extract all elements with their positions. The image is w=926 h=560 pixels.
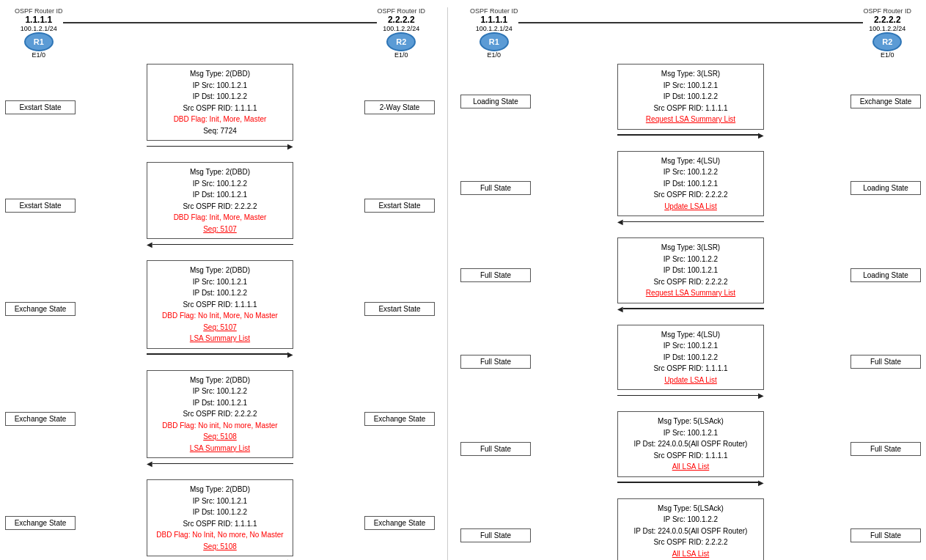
right-seq-row-5: Full State Msg Type: 5(LSAck) IP Src: 10… <box>459 410 922 488</box>
left-router-headers: OSPF Router ID 1.1.1.1 100.1.2.1/24 R1 E… <box>4 7 436 62</box>
left-seq-row-1: Exstart State Msg Type: 2(DBD) IP Src: 1… <box>4 62 436 152</box>
left-seq-row-2: Exstart State Msg Type: 2(DBD) IP Src: 1… <box>4 161 436 250</box>
left-r2-iface: E1/0 <box>394 51 408 59</box>
right-state-exchange-1: Exchange State <box>850 95 921 108</box>
right-r1-id: 1.1.1.1 <box>480 15 507 25</box>
left-seq-row-5: Exchange State Msg Type: 2(DBD) IP Src: … <box>4 478 436 560</box>
right-state-full-1: Full State <box>460 181 531 195</box>
left-r1-block: OSPF Router ID 1.1.1.1 100.1.2.1/24 R1 E… <box>15 7 63 59</box>
left-msg-5: Msg Type: 2(DBD) IP Src: 100.1.2.1 IP Ds… <box>147 479 293 556</box>
left-msg-2: Msg Type: 2(DBD) IP Src: 100.1.2.2 IP Ds… <box>147 162 293 239</box>
right-r1-icon: R1 <box>479 32 509 51</box>
right-r1-ip: 100.1.2.1/24 <box>476 25 512 32</box>
right-state-loading-2: Loading State <box>850 181 921 195</box>
left-state-exstart-2: Exstart State <box>5 199 76 213</box>
left-r2-icon: R2 <box>386 32 416 51</box>
left-state-exchange-1: Exchange State <box>5 302 76 316</box>
left-arrow-2: ◀ <box>147 240 293 248</box>
right-seq-row-1: Loading State Msg Type: 3(LSR) IP Src: 1… <box>459 62 922 141</box>
right-seq-row-2: Full State Msg Type: 4(LSU) IP Src: 100.… <box>459 150 922 228</box>
right-seq-row-6: Full State Msg Type: 5(LSAck) IP Src: 10… <box>459 497 922 561</box>
left-state-exchange-4: Exchange State <box>5 516 76 530</box>
right-seq-row-4: Full State Msg Type: 4(LSU) IP Src: 100.… <box>459 323 922 402</box>
left-state-exstart-3: Exstart State <box>364 199 435 213</box>
right-r1-ospf-label: OSPF Router ID <box>470 7 518 15</box>
right-msg-4: Msg Type: 4(LSU) IP Src: 100.1.2.1 IP Ds… <box>617 325 764 391</box>
right-diagram: OSPF Router ID 1.1.1.1 100.1.2.1/24 R1 E… <box>459 7 922 560</box>
left-state-exchange-2: Exchange State <box>5 412 76 426</box>
right-arrow-3: ◀ <box>617 305 764 313</box>
right-r1-iface: E1/0 <box>488 51 501 59</box>
left-state-exstart-4: Exstart State <box>364 302 435 316</box>
left-state-exstart-1: Exstart State <box>5 100 76 114</box>
left-state-exchange-5: Exchange State <box>364 516 435 530</box>
left-seq-row-3: Exchange State Msg Type: 2(DBD) IP Src: … <box>4 259 436 360</box>
left-r2-ip: 100.1.2.2/24 <box>383 25 419 32</box>
right-state-full-6: Full State <box>850 442 921 456</box>
right-arrow-2: ◀ <box>617 218 764 226</box>
right-state-full-3: Full State <box>460 355 531 369</box>
left-arrow-3: ▶ <box>147 350 293 358</box>
right-r2-block: OSPF Router ID 2.2.2.2 100.1.2.2/24 R2 E… <box>863 7 911 59</box>
right-msg-2: Msg Type: 4(LSU) IP Src: 100.1.2.2 IP Ds… <box>617 151 764 217</box>
left-r1-icon: R1 <box>24 32 54 51</box>
right-arrow-4: ▶ <box>617 391 764 399</box>
right-state-full-2: Full State <box>460 268 531 282</box>
left-r1-ip: 100.1.2.1/24 <box>21 25 57 32</box>
right-router-headers: OSPF Router ID 1.1.1.1 100.1.2.1/24 R1 E… <box>459 7 922 62</box>
right-state-loading-1: Loading State <box>460 95 531 108</box>
right-state-loading-3: Loading State <box>850 268 921 282</box>
left-msg-1: Msg Type: 2(DBD) IP Src: 100.1.2.1 IP Ds… <box>147 64 293 141</box>
right-msg-5: Msg Type: 5(LSAck) IP Src: 100.1.2.1 IP … <box>617 411 764 477</box>
right-msg-6: Msg Type: 5(LSAck) IP Src: 100.1.2.2 IP … <box>617 498 764 561</box>
right-msg-1: Msg Type: 3(LSR) IP Src: 100.1.2.1 IP Ds… <box>617 64 764 130</box>
left-r1-id: 1.1.1.1 <box>25 15 52 25</box>
right-r2-ip: 100.1.2.2/24 <box>869 25 905 32</box>
right-seq-row-3: Full State Msg Type: 3(LSR) IP Src: 100.… <box>459 236 922 314</box>
right-arrow-5: ▶ <box>617 479 764 487</box>
left-r2-ospf-label: OSPF Router ID <box>377 7 425 15</box>
right-state-full-7: Full State <box>460 528 531 542</box>
right-arrow-1: ▶ <box>617 131 764 139</box>
left-r2-block: OSPF Router ID 2.2.2.2 100.1.2.2/24 R2 E… <box>377 7 425 59</box>
right-r2-icon: R2 <box>872 32 902 51</box>
right-state-full-8: Full State <box>850 528 921 542</box>
right-msg-3: Msg Type: 3(LSR) IP Src: 100.1.2.2 IP Ds… <box>617 237 764 303</box>
right-r2-ospf-label: OSPF Router ID <box>863 7 911 15</box>
left-state-exchange-3: Exchange State <box>364 412 435 426</box>
left-msg-4: Msg Type: 2(DBD) IP Src: 100.1.2.2 IP Ds… <box>147 370 293 459</box>
left-r2-id: 2.2.2.2 <box>388 15 415 25</box>
right-r2-iface: E1/0 <box>881 51 894 59</box>
right-r2-id: 2.2.2.2 <box>874 15 901 25</box>
left-state-2way-1: 2-Way State <box>364 100 435 114</box>
divider <box>447 7 448 560</box>
right-state-full-4: Full State <box>850 355 921 369</box>
left-msg-3: Msg Type: 2(DBD) IP Src: 100.1.2.1 IP Ds… <box>147 260 293 349</box>
left-diagram: OSPF Router ID 1.1.1.1 100.1.2.1/24 R1 E… <box>4 7 436 560</box>
right-r1-block: OSPF Router ID 1.1.1.1 100.1.2.1/24 R1 E… <box>470 7 518 59</box>
left-arrow-4: ◀ <box>147 460 293 468</box>
left-r1-iface: E1/0 <box>32 51 46 59</box>
left-r1-ospf-label: OSPF Router ID <box>15 7 63 15</box>
right-state-full-5: Full State <box>460 442 531 456</box>
left-seq-row-4: Exchange State Msg Type: 2(DBD) IP Src: … <box>4 369 436 470</box>
main-container: OSPF Router ID 1.1.1.1 100.1.2.1/24 R1 E… <box>0 0 926 560</box>
left-arrow-1: ▶ <box>147 142 293 150</box>
